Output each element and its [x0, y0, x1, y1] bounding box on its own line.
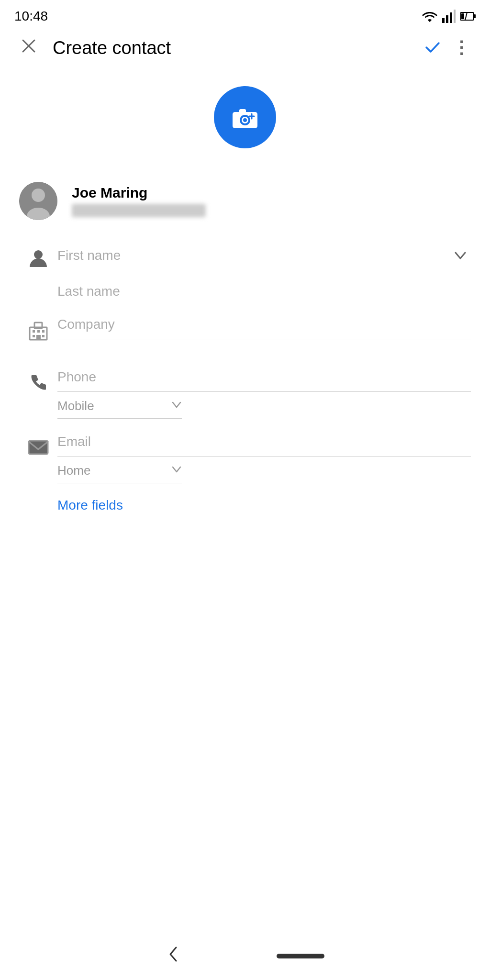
- more-fields-button[interactable]: More fields: [57, 498, 123, 513]
- svg-rect-25: [33, 335, 35, 337]
- phone-fields: Mobile: [57, 359, 471, 419]
- svg-rect-29: [29, 441, 48, 454]
- close-button[interactable]: [14, 33, 43, 62]
- form-section: Mobile Home: [0, 234, 490, 527]
- phone-row: Mobile: [0, 359, 490, 419]
- more-options-button[interactable]: ⋮: [447, 33, 476, 62]
- svg-rect-23: [37, 330, 40, 333]
- close-icon: [20, 37, 37, 59]
- company-field-wrapper: [57, 306, 471, 339]
- phone-label-arrow: [171, 400, 182, 413]
- svg-rect-22: [33, 330, 35, 333]
- person-icon-wrapper: [19, 234, 57, 269]
- company-fields: [57, 306, 471, 339]
- first-name-field-wrapper: [57, 234, 471, 273]
- svg-rect-26: [42, 335, 45, 337]
- email-fields: Home: [57, 423, 471, 483]
- company-icon: [28, 320, 49, 341]
- svg-rect-27: [36, 335, 41, 340]
- phone-input[interactable]: [57, 369, 471, 385]
- avatar: [19, 182, 57, 220]
- svg-rect-5: [474, 14, 476, 18]
- phone-label-wrapper: Mobile: [57, 392, 182, 419]
- signal-icon: [442, 10, 456, 23]
- svg-rect-14: [239, 109, 246, 113]
- svg-rect-24: [42, 330, 45, 333]
- user-email-blurred: [72, 204, 206, 217]
- email-row: Home: [0, 423, 490, 483]
- name-row: [0, 234, 490, 306]
- wifi-icon: [422, 11, 437, 22]
- user-profile: Joe Maring: [0, 172, 490, 234]
- save-button[interactable]: [418, 33, 447, 62]
- email-input[interactable]: [57, 434, 471, 449]
- svg-point-20: [34, 250, 43, 259]
- svg-line-7: [465, 12, 467, 20]
- status-bar: 10:48: [0, 0, 490, 29]
- check-icon: [424, 39, 441, 57]
- user-name: Joe Maring: [72, 185, 206, 201]
- svg-point-13: [243, 118, 247, 122]
- more-icon: ⋮: [453, 38, 470, 58]
- phone-icon: [28, 372, 49, 393]
- camera-icon: [231, 103, 259, 132]
- add-photo-button[interactable]: [214, 86, 276, 148]
- user-info: Joe Maring: [72, 185, 206, 217]
- more-fields-row: More fields: [0, 483, 490, 527]
- phone-field-wrapper: [57, 359, 471, 392]
- top-bar: Create contact ⋮: [0, 29, 490, 67]
- phone-label-text: Mobile: [57, 399, 167, 413]
- back-button[interactable]: [166, 945, 181, 968]
- svg-rect-3: [454, 10, 456, 23]
- avatar-section: [0, 67, 490, 172]
- email-icon: [28, 437, 49, 458]
- email-label-arrow: [171, 464, 182, 478]
- email-label-wrapper: Home: [57, 457, 182, 483]
- company-icon-wrapper: [19, 306, 57, 341]
- first-name-input[interactable]: [57, 248, 450, 263]
- phone-icon-wrapper: [19, 359, 57, 393]
- last-name-input[interactable]: [57, 284, 471, 299]
- avatar-image: [19, 182, 57, 220]
- home-indicator[interactable]: [277, 954, 324, 958]
- svg-rect-6: [461, 13, 464, 19]
- battery-icon: [460, 11, 476, 21]
- company-row: [0, 306, 490, 359]
- email-icon-wrapper: [19, 423, 57, 458]
- svg-rect-1: [446, 15, 448, 23]
- email-label-text: Home: [57, 463, 167, 478]
- svg-rect-0: [442, 18, 445, 23]
- page-title: Create contact: [43, 38, 418, 58]
- svg-point-18: [32, 189, 45, 202]
- svg-rect-2: [450, 12, 452, 23]
- bottom-nav: [0, 932, 490, 980]
- email-field-wrapper: [57, 423, 471, 457]
- name-expand-button[interactable]: [450, 245, 471, 266]
- status-time: 10:48: [14, 9, 48, 24]
- name-fields: [57, 234, 471, 306]
- company-input[interactable]: [57, 317, 471, 332]
- person-icon: [28, 248, 49, 269]
- last-name-field-wrapper: [57, 273, 471, 306]
- status-icons: [422, 10, 476, 23]
